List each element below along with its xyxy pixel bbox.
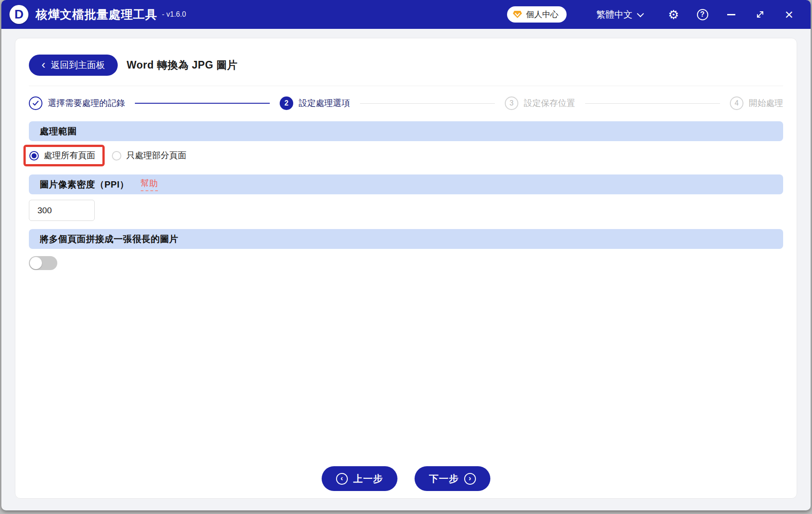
step-label: 設定處理選項: [299, 97, 350, 109]
app-logo: D: [9, 5, 28, 24]
section-ppi: 圖片像素密度（PPI） 幫助: [29, 174, 783, 194]
app-window: D 核燁文檔批量處理工具 - v1.6.0 個人中心 繁體中文 ⚙ ?: [1, 0, 811, 510]
step-connector: [585, 103, 720, 104]
ppi-input[interactable]: [29, 200, 95, 221]
titlebar: D 核燁文檔批量處理工具 - v1.6.0 個人中心 繁體中文 ⚙ ?: [1, 0, 811, 29]
minimize-icon: [727, 14, 735, 15]
step-3-number: 3: [505, 96, 518, 110]
step-1-check-icon: [29, 96, 42, 110]
titlebar-icons: ⚙ ? ×: [655, 5, 800, 24]
logo-letter: D: [14, 7, 23, 22]
radio-selected-icon[interactable]: [29, 151, 39, 161]
minimize-button[interactable]: [720, 5, 742, 24]
radio-unselected-icon[interactable]: [112, 151, 121, 161]
step-label: 選擇需要處理的記錄: [48, 97, 125, 109]
app-title: 核燁文檔批量處理工具: [36, 7, 157, 23]
previous-step-label: 上一步: [353, 473, 383, 485]
step-4-number: 4: [730, 96, 743, 110]
window-body: ‹ 返回到主面板 Word 轉換為 JPG 圖片 選擇需要處理的記錄 2 設定處…: [1, 29, 811, 510]
section-title: 圖片像素密度（PPI）: [40, 179, 129, 191]
card-header: ‹ 返回到主面板 Word 轉換為 JPG 圖片: [29, 38, 783, 86]
resize-diagonal-icon: [755, 9, 765, 19]
stitch-toggle-off[interactable]: [29, 256, 57, 270]
step-4-start-processing: 4 開始處理: [730, 96, 783, 110]
next-step-button[interactable]: 下一步 ›: [415, 466, 490, 491]
section-processing-range: 處理範圍: [29, 121, 783, 141]
settings-button[interactable]: ⚙: [663, 5, 684, 24]
chevron-down-icon: [637, 10, 644, 17]
user-center-label: 個人中心: [526, 9, 558, 20]
step-connector: [135, 103, 270, 104]
circle-chevron-right-icon: ›: [464, 473, 476, 485]
main-card: ‹ 返回到主面板 Word 轉換為 JPG 圖片 選擇需要處理的記錄 2 設定處…: [15, 38, 797, 499]
next-step-label: 下一步: [429, 473, 459, 485]
radio-process-all-pages[interactable]: 處理所有頁面: [29, 150, 95, 161]
chevron-left-icon: ‹: [42, 59, 46, 70]
step-3-save-location: 3 設定保存位置: [505, 96, 575, 110]
step-indicator: 選擇需要處理的記錄 2 設定處理選項 3 設定保存位置 4 開始處理: [29, 93, 783, 113]
section-stitch-pages: 將多個頁面拼接成一張很長的圖片: [29, 229, 783, 249]
toggle-knob: [30, 257, 42, 269]
previous-step-button[interactable]: ‹ 上一步: [322, 466, 397, 491]
vip-gem-icon: [512, 10, 522, 19]
step-2-number: 2: [280, 96, 293, 110]
section-title: 處理範圍: [40, 125, 77, 138]
close-button[interactable]: ×: [778, 5, 800, 24]
step-connector: [360, 103, 495, 104]
help-circle-icon: ?: [697, 9, 708, 20]
user-center-button[interactable]: 個人中心: [507, 6, 567, 23]
step-label: 設定保存位置: [524, 97, 575, 109]
step-label: 開始處理: [749, 97, 783, 109]
maximize-button[interactable]: [749, 5, 771, 24]
section-title: 將多個頁面拼接成一張很長的圖片: [40, 233, 179, 245]
step-2-processing-options: 2 設定處理選項: [280, 96, 350, 110]
red-highlight-box: 處理所有頁面: [23, 145, 105, 166]
ppi-help-link[interactable]: 幫助: [141, 178, 158, 191]
range-options: 處理所有頁面 只處理部分頁面: [29, 145, 783, 166]
language-label: 繁體中文: [596, 9, 632, 21]
page-title: Word 轉換為 JPG 圖片: [127, 58, 238, 72]
radio-label: 只處理部分頁面: [126, 150, 186, 161]
back-to-dashboard-button[interactable]: ‹ 返回到主面板: [29, 55, 118, 76]
footer-nav: ‹ 上一步 下一步 ›: [15, 466, 797, 491]
step-1-select-records: 選擇需要處理的記錄: [29, 96, 125, 110]
app-version: - v1.6.0: [162, 10, 186, 18]
language-selector[interactable]: 繁體中文: [596, 9, 642, 21]
radio-label: 處理所有頁面: [44, 150, 95, 161]
back-button-label: 返回到主面板: [51, 59, 105, 71]
radio-process-partial-pages[interactable]: 只處理部分頁面: [112, 150, 186, 161]
help-button[interactable]: ?: [692, 5, 713, 24]
gear-icon: ⚙: [668, 9, 679, 21]
circle-chevron-left-icon: ‹: [336, 473, 348, 485]
close-icon: ×: [785, 7, 794, 22]
